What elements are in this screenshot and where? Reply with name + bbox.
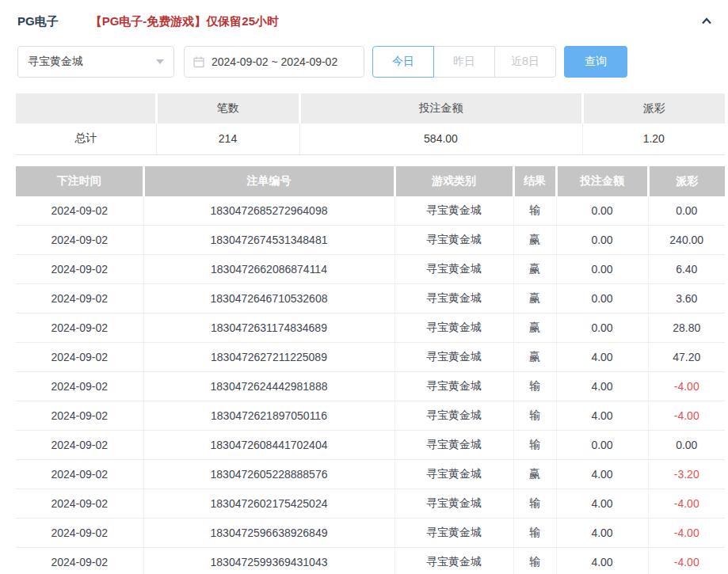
table-row: 2024-09-021830472631174834689寻宝黄金城赢0.002…	[16, 314, 725, 343]
bet-time-cell: 2024-09-02	[16, 401, 143, 431]
bet-amount-cell: 4.00	[556, 519, 648, 548]
summary-total-payout: 1.20	[582, 124, 725, 154]
bet-id-cell: 1830472602175425024	[143, 489, 394, 519]
bet-amount-cell: 4.00	[556, 401, 648, 431]
bet-amount-cell: 0.00	[556, 284, 648, 314]
payout-cell: -4.00	[648, 401, 725, 431]
summary-header-count: 笔数	[156, 93, 299, 124]
table-header-row: 下注时间 注单编号 游戏类别 结果 投注金额 派彩	[16, 166, 725, 196]
bet-time-cell: 2024-09-02	[16, 372, 143, 401]
payout-cell: -4.00	[648, 519, 725, 548]
date-range-input[interactable]: 2024-09-02 ~ 2024-09-02	[184, 46, 364, 78]
header-payout: 派彩	[648, 166, 725, 196]
bet-time-cell: 2024-09-02	[16, 548, 143, 574]
bet-id-cell: 1830472624442981888	[143, 372, 394, 401]
page-title: PG电子	[17, 14, 59, 29]
game-type-cell: 寻宝黄金城	[394, 284, 513, 314]
bet-id-cell: 1830472605228888576	[143, 460, 394, 489]
bet-amount-cell: 0.00	[556, 226, 648, 255]
result-cell: 输	[513, 431, 556, 460]
search-button[interactable]: 查询	[564, 46, 627, 78]
table-row: 2024-09-021830472627211225089寻宝黄金城赢4.004…	[16, 343, 725, 372]
game-type-cell: 寻宝黄金城	[394, 460, 513, 489]
header-bet-time: 下注时间	[16, 166, 143, 196]
header-result: 结果	[513, 166, 556, 196]
bet-time-cell: 2024-09-02	[16, 314, 143, 343]
table-row: 2024-09-021830472608441702404寻宝黄金城输0.000…	[16, 431, 725, 460]
bet-id-cell: 1830472631174834689	[143, 314, 394, 343]
payout-cell: -4.00	[648, 489, 725, 519]
game-type-cell: 寻宝黄金城	[394, 431, 513, 460]
summary-header-bet-amount: 投注金额	[299, 93, 582, 124]
result-cell: 赢	[513, 284, 556, 314]
payout-cell: 28.80	[648, 314, 725, 343]
bet-amount-cell: 4.00	[556, 372, 648, 401]
bet-time-cell: 2024-09-02	[16, 255, 143, 284]
bet-time-cell: 2024-09-02	[16, 519, 143, 548]
summary-total-row: 总计 214 584.00 1.20	[16, 124, 725, 154]
chevron-up-icon	[699, 18, 714, 30]
calendar-icon	[192, 55, 205, 68]
result-cell: 赢	[513, 314, 556, 343]
payout-cell: -3.20	[648, 460, 725, 489]
quick-filter-button-2[interactable]: 近8日	[494, 46, 556, 78]
result-cell: 输	[513, 196, 556, 226]
bet-time-cell: 2024-09-02	[16, 284, 143, 314]
bet-id-cell: 1830472646710532608	[143, 284, 394, 314]
header-bet-amount: 投注金额	[556, 166, 648, 196]
game-select[interactable]: 寻宝黄金城	[17, 46, 174, 78]
summary-total-label: 总计	[16, 124, 156, 154]
game-type-cell: 寻宝黄金城	[394, 401, 513, 431]
collapse-panel-button[interactable]	[698, 13, 715, 29]
bet-id-cell: 1830472685272964098	[143, 196, 394, 226]
caret-down-icon	[156, 59, 164, 64]
summary-header-row: 笔数 投注金额 派彩	[16, 93, 725, 124]
table-row: 2024-09-021830472685272964098寻宝黄金城输0.000…	[16, 196, 725, 226]
game-type-cell: 寻宝黄金城	[394, 255, 513, 284]
game-type-cell: 寻宝黄金城	[394, 196, 513, 226]
game-type-cell: 寻宝黄金城	[394, 343, 513, 372]
game-type-cell: 寻宝黄金城	[394, 226, 513, 255]
bet-id-cell: 1830472596638926849	[143, 519, 394, 548]
table-row: 2024-09-021830472599369431043寻宝黄金城输4.00-…	[16, 548, 725, 574]
payout-cell: 6.40	[648, 255, 725, 284]
result-cell: 输	[513, 489, 556, 519]
bet-time-cell: 2024-09-02	[16, 431, 143, 460]
table-row: 2024-09-021830472674531348481寻宝黄金城赢0.002…	[16, 226, 725, 255]
game-type-cell: 寻宝黄金城	[394, 489, 513, 519]
bet-id-cell: 1830472608441702404	[143, 431, 394, 460]
payout-cell: 3.60	[648, 284, 725, 314]
summary-header-blank	[16, 93, 156, 124]
quick-filter-button-1[interactable]: 昨日	[433, 46, 495, 78]
bet-id-cell: 1830472599369431043	[143, 548, 394, 574]
quick-filter-button-0[interactable]: 今日	[372, 46, 434, 78]
bet-amount-cell: 4.00	[556, 460, 648, 489]
bet-amount-cell: 4.00	[556, 548, 648, 574]
header-bet-id: 注单编号	[143, 166, 394, 196]
payout-cell: 47.20	[648, 343, 725, 372]
game-type-cell: 寻宝黄金城	[394, 314, 513, 343]
bet-table-body: 2024-09-021830472685272964098寻宝黄金城输0.000…	[16, 196, 725, 574]
summary-table: 笔数 投注金额 派彩 总计 214 584.00 1.20	[16, 93, 725, 155]
game-select-value: 寻宝黄金城	[28, 55, 83, 69]
payout-cell: -4.00	[648, 372, 725, 401]
payout-cell: 0.00	[648, 431, 725, 460]
payout-cell: 0.00	[648, 196, 725, 226]
bet-id-cell: 1830472662086874114	[143, 255, 394, 284]
quick-filter-group: 今日昨日近8日	[372, 46, 556, 78]
table-row: 2024-09-021830472662086874114寻宝黄金城赢0.006…	[16, 255, 725, 284]
summary-total-count: 214	[156, 124, 299, 154]
retention-notice: 【PG电子-免费游戏】仅保留25小时	[90, 14, 279, 29]
summary-total-bet-amount: 584.00	[299, 124, 582, 154]
table-row: 2024-09-021830472596638926849寻宝黄金城输4.00-…	[16, 519, 725, 548]
bet-time-cell: 2024-09-02	[16, 460, 143, 489]
bet-id-cell: 1830472674531348481	[143, 226, 394, 255]
table-row: 2024-09-021830472621897050116寻宝黄金城输4.00-…	[16, 401, 725, 431]
bet-amount-cell: 0.00	[556, 255, 648, 284]
date-range-value: 2024-09-02 ~ 2024-09-02	[212, 55, 337, 68]
result-cell: 赢	[513, 460, 556, 489]
result-cell: 赢	[513, 343, 556, 372]
result-cell: 输	[513, 548, 556, 574]
table-row: 2024-09-021830472602175425024寻宝黄金城输4.00-…	[16, 489, 725, 519]
summary-header-payout: 派彩	[582, 93, 725, 124]
